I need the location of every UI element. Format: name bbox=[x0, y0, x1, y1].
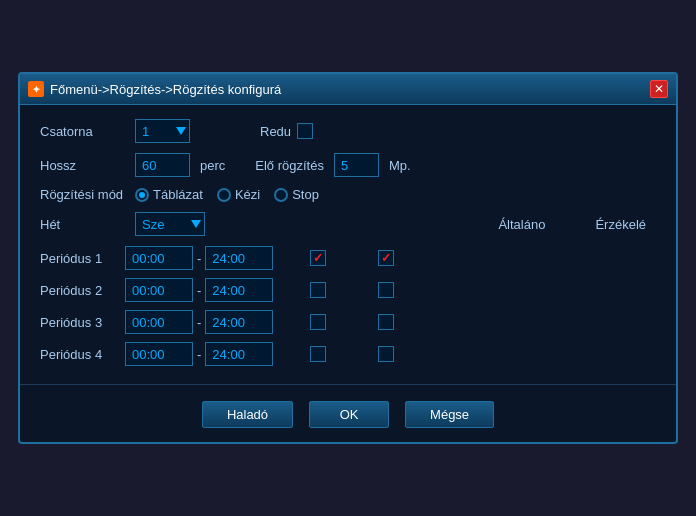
dialog-footer: Haladó OK Mégse bbox=[20, 384, 676, 442]
radio-kezi-label: Kézi bbox=[235, 187, 260, 202]
erzekele-header: Érzékelé bbox=[595, 217, 646, 232]
period-2-end[interactable] bbox=[205, 278, 273, 302]
radio-tablazat-circle[interactable] bbox=[135, 188, 149, 202]
dialog-title: Főmenü->Rögzítés->Rögzítés konfigurá bbox=[50, 82, 281, 97]
period-3-dash: - bbox=[197, 315, 201, 330]
het-select[interactable]: Sze Hét Ked bbox=[135, 212, 205, 236]
period-4-timerange: - bbox=[125, 342, 300, 366]
period-2-start[interactable] bbox=[125, 278, 193, 302]
radio-stop-label: Stop bbox=[292, 187, 319, 202]
radio-stop-circle[interactable] bbox=[274, 188, 288, 202]
dialog: ✦ Főmenü->Rögzítés->Rögzítés konfigurá ✕… bbox=[18, 72, 678, 444]
radio-kezi-circle[interactable] bbox=[217, 188, 231, 202]
halado-button[interactable]: Haladó bbox=[202, 401, 293, 428]
period-3-checkboxes bbox=[310, 314, 394, 330]
period-4-altalano-checkbox[interactable] bbox=[310, 346, 326, 362]
period-4-checkboxes bbox=[310, 346, 394, 362]
altalano-header: Általáno bbox=[498, 217, 545, 232]
row-hossz: Hossz perc Elő rögzítés Mp. bbox=[40, 153, 656, 177]
row-csatorna: Csatorna 1 2 Redu bbox=[40, 119, 656, 143]
elo-rogzites-input[interactable] bbox=[334, 153, 379, 177]
period-1-timerange: - bbox=[125, 246, 300, 270]
period-1-checkboxes bbox=[310, 250, 394, 266]
csatorna-select[interactable]: 1 2 bbox=[135, 119, 190, 143]
perc-label: perc bbox=[200, 158, 225, 173]
hossz-label: Hossz bbox=[40, 158, 125, 173]
period-2-label: Periódus 2 bbox=[40, 283, 125, 298]
period-3-timerange: - bbox=[125, 310, 300, 334]
period-2-dash: - bbox=[197, 283, 201, 298]
period-4-dash: - bbox=[197, 347, 201, 362]
period-1-start[interactable] bbox=[125, 246, 193, 270]
ok-button[interactable]: OK bbox=[309, 401, 389, 428]
period-1-label: Periódus 1 bbox=[40, 251, 125, 266]
radio-tablazat-label: Táblázat bbox=[153, 187, 203, 202]
title-bar: ✦ Főmenü->Rögzítés->Rögzítés konfigurá ✕ bbox=[20, 74, 676, 105]
het-label: Hét bbox=[40, 217, 125, 232]
radio-tablazat[interactable]: Táblázat bbox=[135, 187, 203, 202]
period-2-altalano-checkbox[interactable] bbox=[310, 282, 326, 298]
period-3-altalano-checkbox[interactable] bbox=[310, 314, 326, 330]
period-4-start[interactable] bbox=[125, 342, 193, 366]
row-het: Hét Sze Hét Ked Általáno Érzékelé bbox=[40, 212, 656, 236]
app-icon: ✦ bbox=[28, 81, 44, 97]
radio-kezi[interactable]: Kézi bbox=[217, 187, 260, 202]
period-row-2: Periódus 2 - bbox=[40, 278, 656, 302]
megse-button[interactable]: Mégse bbox=[405, 401, 494, 428]
period-3-label: Periódus 3 bbox=[40, 315, 125, 330]
periods-container: Periódus 1 - Periódus 2 - bbox=[40, 246, 656, 366]
period-3-start[interactable] bbox=[125, 310, 193, 334]
title-bar-left: ✦ Főmenü->Rögzítés->Rögzítés konfigurá bbox=[28, 81, 281, 97]
hossz-input[interactable] bbox=[135, 153, 190, 177]
period-1-erzekele-checkbox[interactable] bbox=[378, 250, 394, 266]
period-1-altalano-checkbox[interactable] bbox=[310, 250, 326, 266]
close-button[interactable]: ✕ bbox=[650, 80, 668, 98]
csatorna-label: Csatorna bbox=[40, 124, 125, 139]
redu-checkbox[interactable] bbox=[297, 123, 313, 139]
period-2-timerange: - bbox=[125, 278, 300, 302]
rogzitesi-mod-label: Rögzítési mód bbox=[40, 187, 125, 202]
period-3-end[interactable] bbox=[205, 310, 273, 334]
period-row-3: Periódus 3 - bbox=[40, 310, 656, 334]
row-rogzitesi-mod: Rögzítési mód Táblázat Kézi Stop bbox=[40, 187, 656, 202]
elo-rogzites-label: Elő rögzítés bbox=[255, 158, 324, 173]
radio-stop[interactable]: Stop bbox=[274, 187, 319, 202]
radio-group: Táblázat Kézi Stop bbox=[135, 187, 319, 202]
period-4-erzekele-checkbox[interactable] bbox=[378, 346, 394, 362]
period-1-end[interactable] bbox=[205, 246, 273, 270]
period-4-label: Periódus 4 bbox=[40, 347, 125, 362]
redu-label: Redu bbox=[260, 124, 291, 139]
period-row-4: Periódus 4 - bbox=[40, 342, 656, 366]
period-row-1: Periódus 1 - bbox=[40, 246, 656, 270]
dialog-content: Csatorna 1 2 Redu Hossz perc Elő rögzíté… bbox=[20, 105, 676, 384]
mp-label: Mp. bbox=[389, 158, 411, 173]
period-2-erzekele-checkbox[interactable] bbox=[378, 282, 394, 298]
period-2-checkboxes bbox=[310, 282, 394, 298]
period-1-dash: - bbox=[197, 251, 201, 266]
period-4-end[interactable] bbox=[205, 342, 273, 366]
period-3-erzekele-checkbox[interactable] bbox=[378, 314, 394, 330]
